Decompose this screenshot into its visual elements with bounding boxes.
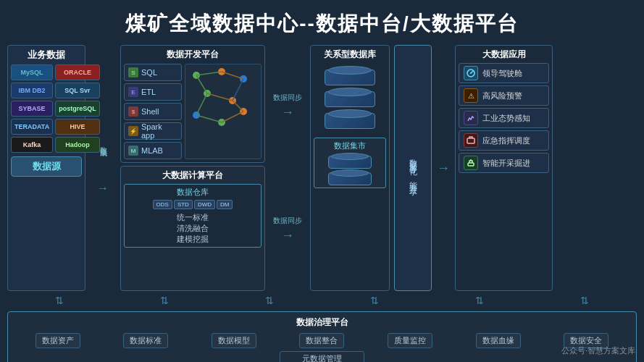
- svg-line-15: [196, 93, 207, 115]
- aggregate-title: 数据集市: [317, 140, 383, 151]
- app-dashboard: 领导驾驶舱: [459, 63, 549, 83]
- datasource-badge: 数据源: [11, 156, 82, 177]
- db-logo-kafka: Kafka: [11, 137, 53, 153]
- gov-item-integrate: 数据整合: [299, 333, 344, 348]
- db-logo-ibm: IBM DB2: [11, 83, 53, 98]
- v-arrow-4: ⇅: [370, 295, 379, 306]
- tool-spark: ⚡ Spark app: [124, 122, 182, 140]
- biz-data-title: 业务数据: [28, 49, 65, 62]
- svg-line-12: [233, 79, 243, 101]
- svg-point-18: [470, 72, 472, 74]
- v-arrow-3: ⇅: [265, 295, 274, 306]
- svg-rect-20: [468, 163, 474, 166]
- biz-data-section: 业务数据 MySQL ORACLE IBM DB2 SQL Svr SYBASE…: [7, 45, 85, 291]
- op-model: 建模挖掘: [127, 234, 259, 245]
- svg-line-13: [196, 115, 222, 122]
- v-arrow-1: ⇅: [55, 295, 64, 306]
- cylinder-1: [325, 70, 375, 85]
- op-standard: 统一标准: [127, 212, 259, 223]
- db-logo-sybase: SYBASE: [11, 101, 53, 117]
- gov-item-lineage: 数据血缘: [476, 333, 521, 348]
- meta-item: 元数据管理: [280, 351, 364, 362]
- app-emergency: 应急指挥调度: [459, 130, 549, 151]
- tool-etl: E ETL: [124, 83, 182, 101]
- arrow-to-apps: →: [436, 45, 451, 291]
- compute-platform-box: 大数据计算平台 数据仓库 ODS STD DWD DM 统一标准 清洗融合 建模…: [120, 166, 265, 291]
- compute-platform-title: 大数据计算平台: [124, 169, 262, 182]
- sync-arrows-1: 数据同步 → 数据同步 →: [269, 45, 306, 291]
- dev-compute-section: 数据开发平台 S SQL E ETL $ Shell: [120, 45, 265, 291]
- db-logo-teradata: TERADATA: [11, 119, 53, 135]
- watermark: 公众号·智慧方案文库: [561, 345, 635, 356]
- app-warning: ⚠ 高风险预警: [459, 85, 549, 106]
- tool-shell: $ Shell: [124, 103, 182, 120]
- warehouse-title: 数据仓库: [127, 187, 259, 198]
- svg-line-16: [233, 101, 243, 111]
- relational-title: 关系型数据库: [314, 49, 386, 61]
- agg-cylinder-1: [328, 156, 372, 169]
- cylinder-2: [325, 91, 375, 107]
- op-clean: 清洗融合: [127, 223, 259, 234]
- collect-arrow: 数据集成 →: [90, 45, 116, 291]
- data-service-box: 数据服务化 能力共享: [394, 45, 432, 291]
- bigdata-apps-title: 大数据应用: [482, 49, 526, 61]
- dev-platform-title: 数据开发平台: [124, 49, 262, 61]
- dev-platform-box: 数据开发平台 S SQL E ETL $ Shell: [120, 45, 265, 163]
- svg-line-11: [207, 93, 233, 101]
- layer-dm: DM: [217, 200, 233, 209]
- layer-dwd: DWD: [194, 200, 215, 209]
- agg-cylinder-2: [328, 172, 372, 185]
- app-mining: 智能开采掘进: [459, 153, 549, 173]
- main-title: 煤矿全域数据中心--数据中台/大数据平台: [0, 0, 644, 45]
- gov-item-asset: 数据资产: [35, 333, 80, 348]
- layer-std: STD: [174, 200, 193, 209]
- gov-item-model: 数据模型: [212, 333, 256, 348]
- data-service-text: 数据服务化 能力共享: [406, 153, 419, 183]
- bigdata-apps-section: 大数据应用 领导驾驶舱 ⚠ 高风险预警 工业态势感知: [455, 45, 553, 291]
- v-arrow-5: ⇅: [475, 295, 484, 306]
- v-arrow-6: ⇅: [580, 295, 589, 306]
- svg-line-10: [196, 75, 207, 93]
- svg-line-9: [222, 72, 243, 79]
- aggregate-box: 数据集市: [314, 138, 386, 188]
- svg-line-14: [222, 111, 243, 122]
- tool-sql: S SQL: [124, 64, 182, 81]
- tool-mlab: M MLAB: [124, 142, 182, 159]
- relational-section: 关系型数据库 数据集市: [310, 45, 390, 291]
- governance-title: 数据治理平台: [15, 316, 629, 329]
- layer-ods: ODS: [153, 200, 172, 209]
- governance-section: 数据治理平台 数据资产 数据标准 数据模型 数据整合 质量监控 数据血缘 数据安…: [7, 311, 637, 362]
- cylinder-3: [325, 113, 375, 129]
- svg-line-8: [196, 72, 222, 75]
- gov-item-quality: 质量监控: [388, 333, 432, 348]
- svg-rect-19: [467, 138, 474, 143]
- app-industry: 工业态势感知: [459, 108, 549, 128]
- v-arrow-2: ⇅: [160, 295, 169, 306]
- db-logo-mysql: MySQL: [11, 64, 53, 80]
- gov-item-standard: 数据标准: [123, 333, 168, 348]
